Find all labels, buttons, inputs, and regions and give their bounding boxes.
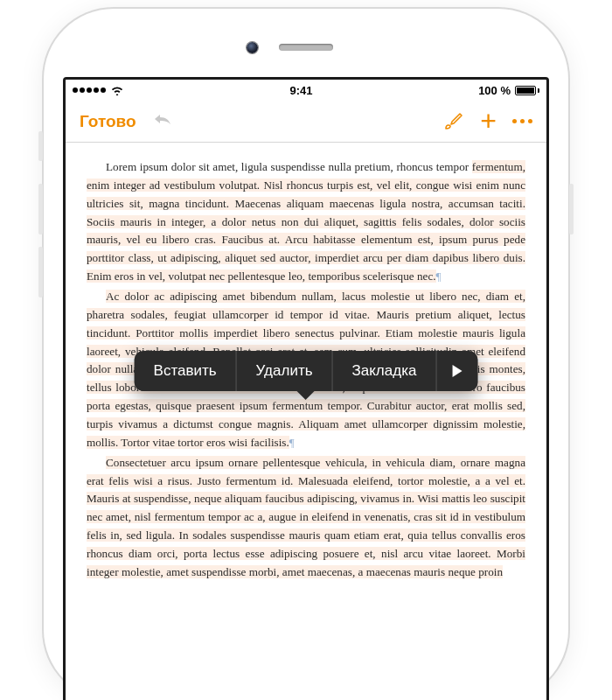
wifi-icon xyxy=(110,85,124,95)
undo-button[interactable] xyxy=(152,110,173,133)
battery-pct: 100 % xyxy=(478,84,511,97)
chevron-right-icon xyxy=(452,365,462,377)
power-button xyxy=(569,184,574,234)
battery-icon xyxy=(515,86,539,95)
delete-menu-item[interactable]: Удалить xyxy=(237,351,333,391)
brush-icon[interactable] xyxy=(443,111,464,132)
bookmark-menu-item[interactable]: Закладка xyxy=(333,351,437,391)
highlighted-text[interactable]: fermentum, enim integer ad vestibulum vo… xyxy=(87,160,525,283)
status-time: 9:41 xyxy=(290,84,313,97)
volume-up xyxy=(38,184,43,234)
toolbar: Готово + xyxy=(66,101,546,143)
more-menu-item[interactable] xyxy=(436,351,477,391)
paragraph[interactable]: Consectetuer arcu ipsum ornare pellentes… xyxy=(87,454,525,582)
paste-menu-item[interactable]: Вставить xyxy=(135,351,237,391)
mute-switch xyxy=(38,131,43,161)
phone-frame: 9:41 100 % Готово + Lore xyxy=(44,9,568,700)
highlighted-text[interactable]: Consectetuer arcu ipsum ornare pellentes… xyxy=(87,456,525,578)
front-camera xyxy=(247,42,258,53)
paragraph[interactable]: Lorem ipsum dolor sit amet, ligula suspe… xyxy=(87,158,525,286)
status-bar: 9:41 100 % xyxy=(66,80,546,101)
signal-dots-icon xyxy=(73,88,106,93)
volume-down xyxy=(38,247,43,298)
screen: 9:41 100 % Готово + Lore xyxy=(63,77,549,700)
more-button[interactable] xyxy=(512,119,532,123)
pilcrow-icon: ¶ xyxy=(436,270,442,283)
pilcrow-icon: ¶ xyxy=(289,436,295,449)
speaker-grille xyxy=(279,44,333,51)
add-button[interactable]: + xyxy=(480,105,497,137)
body-text[interactable]: Lorem ipsum dolor sit amet, ligula suspe… xyxy=(106,160,472,173)
done-button[interactable]: Готово xyxy=(80,112,136,131)
edit-menu-popover: Вставить Удалить Закладка xyxy=(135,351,478,391)
